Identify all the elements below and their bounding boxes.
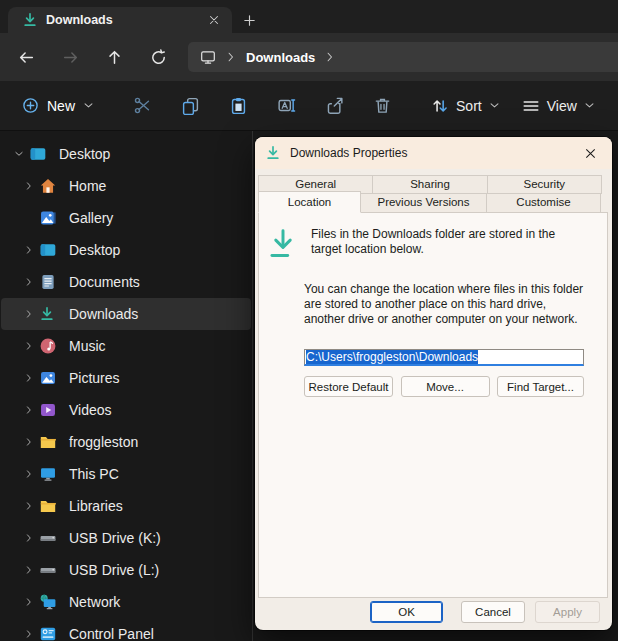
sidebar-item-label: Videos (69, 402, 112, 418)
window-tab-strip: Downloads (0, 0, 618, 33)
sidebar-item-desktop[interactable]: Desktop (1, 138, 251, 170)
tab-location[interactable]: Location (258, 191, 361, 213)
chevron-right-icon[interactable] (19, 405, 39, 415)
chevron-right-icon[interactable] (19, 629, 39, 639)
tab-close-icon[interactable] (204, 10, 224, 30)
navigation-pane: DesktopHomeGalleryDesktopDocumentsDownlo… (0, 131, 253, 641)
paste-button[interactable] (214, 89, 262, 123)
this-pc-icon[interactable] (200, 49, 216, 65)
sidebar-item-froggleston[interactable]: froggleston (1, 426, 251, 458)
sidebar-item-usb-drive-k[interactable]: USB Drive (K:) (1, 522, 251, 554)
sidebar-item-videos[interactable]: Videos (1, 394, 251, 426)
cut-icon (133, 96, 152, 115)
chevron-right-icon[interactable] (19, 277, 39, 287)
cancel-button[interactable]: Cancel (461, 601, 525, 623)
sidebar-item-label: Home (69, 178, 106, 194)
back-button[interactable] (4, 39, 48, 75)
sidebar-item-usb-drive-l[interactable]: USB Drive (L:) (1, 554, 251, 586)
desktop-icon (39, 241, 65, 259)
chevron-right-icon[interactable] (19, 245, 39, 255)
tab-title: Downloads (46, 13, 204, 27)
refresh-button[interactable] (136, 39, 180, 75)
tab-customise[interactable]: Customise (486, 193, 601, 213)
sidebar-item-music[interactable]: Music (1, 330, 251, 362)
dialog-close-icon[interactable] (578, 141, 602, 165)
delete-button[interactable] (358, 89, 406, 123)
sidebar-item-control-panel[interactable]: Control Panel (1, 618, 251, 641)
downloads-properties-dialog: Downloads Properties GeneralSharingSecur… (255, 137, 612, 630)
sidebar-item-pictures[interactable]: Pictures (1, 362, 251, 394)
delete-icon (373, 96, 392, 115)
ok-button[interactable]: OK (370, 601, 443, 623)
view-icon (522, 97, 540, 115)
selected-path-text: C:\Users\froggleston\Downloads (306, 350, 478, 364)
chevron-right-icon[interactable] (225, 51, 237, 63)
sort-button-label: Sort (456, 98, 482, 114)
location-tab-page: Files in the Downloads folder are stored… (258, 212, 608, 598)
share-icon (325, 96, 344, 115)
chevron-right-icon[interactable] (19, 437, 39, 447)
folder-icon (39, 497, 65, 515)
paste-icon (229, 96, 248, 115)
copy-icon (181, 96, 200, 115)
sidebar-item-label: froggleston (69, 434, 138, 450)
apply-button[interactable]: Apply (535, 601, 600, 623)
downloads-icon (39, 306, 65, 322)
documents-icon (39, 273, 65, 291)
sidebar-item-documents[interactable]: Documents (1, 266, 251, 298)
navigation-bar: Downloads (0, 33, 618, 81)
sidebar-item-libraries[interactable]: Libraries (1, 490, 251, 522)
view-button[interactable]: View (511, 89, 606, 123)
sidebar-item-label: Documents (69, 274, 140, 290)
address-bar[interactable]: Downloads (188, 42, 618, 72)
sidebar-item-label: Network (69, 594, 120, 610)
control-panel-icon (39, 625, 65, 641)
chevron-right-icon[interactable] (19, 309, 39, 319)
description-text: You can change the location where files … (304, 282, 586, 327)
sidebar-item-label: Pictures (69, 370, 120, 386)
usb-drive-icon (39, 529, 65, 547)
cut-button[interactable] (118, 89, 166, 123)
target-path-input[interactable]: C:\Users\froggleston\Downloads (304, 349, 584, 366)
chevron-right-icon[interactable] (19, 501, 39, 511)
forward-button[interactable] (48, 39, 92, 75)
chevron-right-icon[interactable] (19, 565, 39, 575)
share-button[interactable] (310, 89, 358, 123)
chevron-right-icon[interactable] (19, 597, 39, 607)
chevron-right-icon[interactable] (324, 51, 336, 63)
chevron-right-icon[interactable] (19, 533, 39, 543)
dialog-footer: OK Cancel Apply (370, 601, 600, 623)
sort-button[interactable]: Sort (420, 89, 511, 123)
new-button[interactable]: New (12, 89, 104, 123)
restore-default-button[interactable]: Restore Default (304, 376, 393, 397)
sidebar-item-this-pc[interactable]: This PC (1, 458, 251, 490)
sidebar-item-downloads[interactable]: Downloads (1, 298, 251, 330)
dialog-title-bar[interactable]: Downloads Properties (255, 137, 612, 169)
breadcrumb-downloads[interactable]: Downloads (246, 50, 315, 65)
tab-security[interactable]: Security (487, 175, 602, 194)
usb-drive-icon (39, 561, 65, 579)
rename-button[interactable] (262, 89, 310, 123)
chevron-right-icon[interactable] (19, 469, 39, 479)
find-target-button[interactable]: Find Target... (497, 376, 584, 397)
file-explorer-window: Downloads Downloads New Sort (0, 0, 618, 641)
chevron-down-icon[interactable] (9, 149, 29, 159)
move-button[interactable]: Move... (401, 376, 490, 397)
sidebar-item-home[interactable]: Home (1, 170, 251, 202)
tab-sharing[interactable]: Sharing (372, 175, 487, 194)
chevron-right-icon[interactable] (19, 341, 39, 351)
explorer-tab-downloads[interactable]: Downloads (8, 7, 232, 33)
copy-button[interactable] (166, 89, 214, 123)
chevron-right-icon[interactable] (19, 181, 39, 191)
sidebar-item-desktop[interactable]: Desktop (1, 234, 251, 266)
downloads-icon (22, 12, 38, 28)
chevron-right-icon[interactable] (19, 373, 39, 383)
network-icon (39, 593, 65, 611)
desktop-icon (29, 145, 55, 163)
sidebar-item-label: USB Drive (L:) (69, 562, 159, 578)
sidebar-item-network[interactable]: Network (1, 586, 251, 618)
up-button[interactable] (92, 39, 136, 75)
sidebar-item-gallery[interactable]: Gallery (1, 202, 251, 234)
new-tab-button[interactable] (232, 7, 266, 33)
tab-previous-versions[interactable]: Previous Versions (360, 193, 487, 213)
